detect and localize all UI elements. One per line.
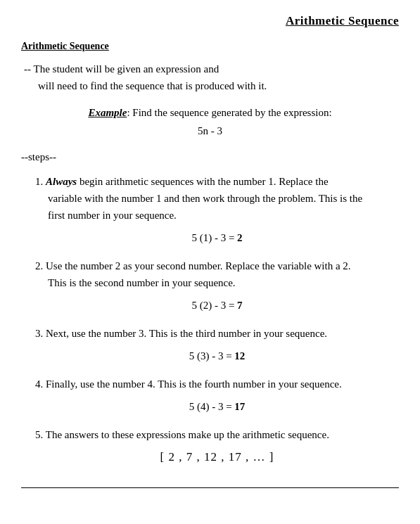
step-4: 4. Finally, use the number 4. This is th… — [35, 376, 399, 415]
example-expression: 5n - 3 — [21, 122, 399, 141]
example-line1: Example: Find the sequence generated by … — [21, 104, 399, 122]
steps-list: 1. Always begin arithmetic sequences wit… — [35, 173, 399, 466]
intro-line1: -- The student will be given an expressi… — [24, 60, 399, 77]
step-4-calc-result: 17 — [234, 401, 245, 412]
step-1-keyword: Always — [46, 176, 77, 187]
example-text: : Find the sequence generated by the exp… — [127, 107, 331, 118]
step-5-number: 5. — [35, 429, 46, 440]
step-2-calc-result: 7 — [237, 300, 243, 311]
step-4-text1: Finally, use the number 4. This is the f… — [46, 378, 342, 390]
bottom-divider — [21, 487, 399, 488]
step-5-text1: The answers to these expressions make up… — [46, 429, 329, 440]
step-2-calc-text: 5 (2) - 3 = — [191, 300, 237, 311]
step-3-calc-text: 5 (3) - 3 = — [189, 350, 235, 362]
step-1-calc-text: 5 (1) - 3 = — [191, 232, 237, 243]
step-2-text2: This is the second number in your sequen… — [48, 274, 399, 291]
step-1-number: 1. — [35, 176, 46, 187]
step-3-calc: 5 (3) - 3 = 12 — [35, 347, 399, 364]
step-1: 1. Always begin arithmetic sequences wit… — [35, 173, 399, 246]
intro-line2: will need to find the sequence that is p… — [38, 77, 399, 94]
step-4-calc-text: 5 (4) - 3 = — [189, 401, 235, 412]
step-1-calc-result: 2 — [237, 232, 243, 243]
step-3-text1: Next, use the number 3. This is the thir… — [46, 328, 327, 339]
step-2-number: 2. — [35, 260, 46, 271]
final-sequence: [ 2 , 7 , 12 , 17 , … ] — [35, 447, 399, 466]
step-2-text1: Use the number 2 as your second number. … — [46, 260, 351, 271]
example-block: Example: Find the sequence generated by … — [21, 104, 399, 140]
step-1-text3: first number in your sequence. — [48, 207, 399, 224]
step-5: 5. The answers to these expressions make… — [35, 426, 399, 466]
step-1-text1: begin arithmetic sequences with the numb… — [77, 176, 328, 187]
step-4-number: 4. — [35, 378, 46, 390]
step-3-number: 3. — [35, 328, 46, 339]
section-subtitle: Arithmetic Sequence — [21, 41, 399, 52]
step-2-calc: 5 (2) - 3 = 7 — [35, 297, 399, 314]
page-title: Arithmetic Sequence — [21, 14, 399, 28]
intro-block: -- The student will be given an expressi… — [24, 60, 399, 94]
step-3: 3. Next, use the number 3. This is the t… — [35, 325, 399, 364]
steps-header: --steps-- — [21, 151, 399, 163]
step-1-text2: variable with the number 1 and then work… — [48, 190, 399, 207]
step-2: 2. Use the number 2 as your second numbe… — [35, 257, 399, 314]
step-1-calc: 5 (1) - 3 = 2 — [35, 229, 399, 246]
step-3-calc-result: 12 — [234, 350, 245, 362]
step-4-calc: 5 (4) - 3 = 17 — [35, 398, 399, 415]
example-label: Example — [88, 107, 127, 118]
